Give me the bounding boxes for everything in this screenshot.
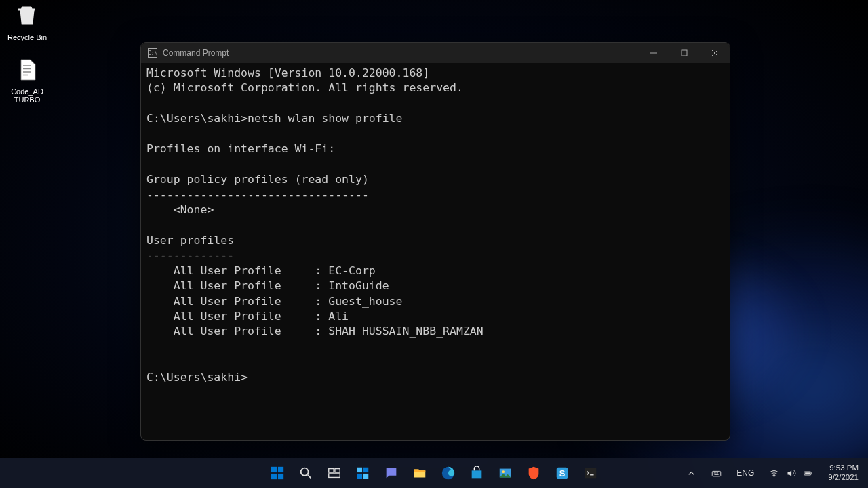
brave-button[interactable] [521, 460, 547, 486]
window-title: Command Prompt [163, 48, 638, 58]
taskbar: S ENG 9:53 PM 9/2/2021 [0, 458, 868, 488]
close-button[interactable] [699, 43, 730, 63]
keyboard-icon [711, 468, 722, 479]
snagit-button[interactable]: S [549, 460, 575, 486]
recycle-bin-icon [15, 3, 39, 30]
svg-point-5 [301, 468, 309, 476]
svg-rect-8 [329, 474, 340, 478]
desktop-file-label: Code_AD TURBO [3, 87, 51, 104]
widgets-button[interactable] [350, 460, 376, 486]
svg-rect-11 [357, 474, 362, 479]
command-prompt-icon: C:\ [148, 48, 157, 58]
clock[interactable]: 9:53 PM 9/2/2021 [823, 462, 864, 484]
task-view-button[interactable] [321, 460, 347, 486]
battery-icon [803, 468, 813, 479]
svg-rect-4 [278, 474, 283, 479]
svg-rect-12 [363, 474, 368, 479]
edge-button[interactable] [435, 460, 461, 486]
svg-rect-0 [682, 50, 687, 56]
desktop-file-code-ad-turbo[interactable]: Code_AD TURBO [3, 58, 51, 104]
clock-time: 9:53 PM [828, 464, 859, 473]
start-button[interactable] [264, 460, 290, 486]
svg-rect-18 [585, 468, 597, 479]
svg-text:S: S [559, 468, 566, 479]
photos-button[interactable] [492, 460, 518, 486]
svg-rect-1 [271, 467, 277, 472]
terminal-output[interactable]: Microsoft Windows [Version 10.0.22000.16… [141, 63, 730, 440]
volume-icon [786, 468, 796, 479]
svg-rect-23 [805, 472, 810, 474]
svg-rect-2 [278, 467, 283, 472]
svg-point-15 [502, 470, 505, 473]
store-button[interactable] [464, 460, 490, 486]
file-explorer-button[interactable] [407, 460, 433, 486]
recycle-bin[interactable]: Recycle Bin [3, 3, 51, 41]
svg-rect-6 [329, 469, 334, 473]
search-button[interactable] [293, 460, 319, 486]
network-volume-battery[interactable] [764, 466, 818, 481]
recycle-bin-label: Recycle Bin [7, 33, 47, 41]
keyboard-indicator[interactable] [706, 466, 727, 481]
wifi-icon [769, 468, 779, 479]
svg-point-20 [774, 476, 775, 477]
svg-rect-3 [271, 474, 277, 479]
taskbar-center: S [264, 460, 604, 486]
clock-date: 9/2/2021 [828, 473, 859, 483]
svg-rect-9 [357, 468, 362, 472]
titlebar[interactable]: C:\ Command Prompt [141, 43, 730, 63]
tray-overflow[interactable] [681, 466, 702, 481]
svg-rect-7 [335, 469, 340, 473]
command-prompt-window: C:\ Command Prompt Microsoft Windows [Ve… [140, 42, 730, 441]
chat-button[interactable] [378, 460, 404, 486]
svg-rect-19 [712, 471, 721, 476]
svg-rect-10 [363, 468, 368, 472]
svg-rect-22 [812, 472, 812, 474]
minimize-button[interactable] [638, 43, 669, 63]
chevron-up-icon [686, 468, 696, 479]
terminal-button[interactable] [578, 460, 604, 486]
text-file-icon [15, 58, 39, 85]
maximize-button[interactable] [669, 43, 699, 63]
language-indicator[interactable]: ENG [731, 466, 760, 481]
system-tray: ENG 9:53 PM 9/2/2021 [681, 462, 864, 484]
